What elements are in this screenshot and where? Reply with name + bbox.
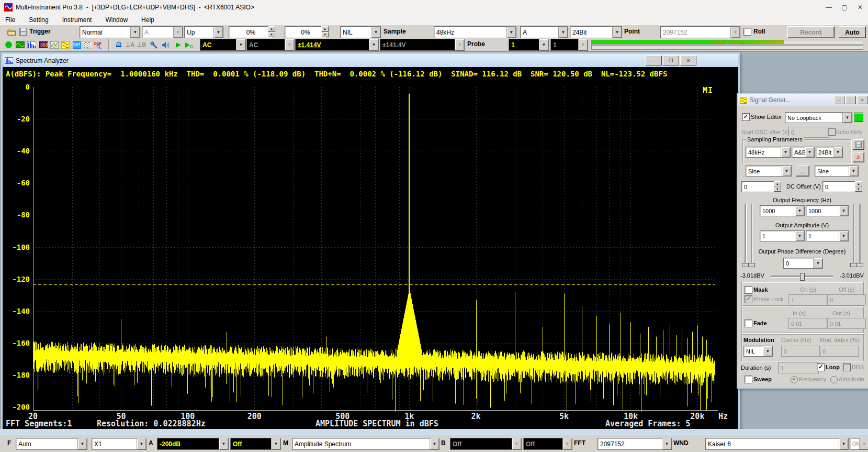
balance-slider-thumb[interactable]: [800, 273, 805, 281]
amplitude-slider-a1[interactable]: [745, 204, 746, 266]
measurement-mode-select[interactable]: Amplitude Spectrum▼: [292, 438, 439, 450]
coupling-a-select[interactable]: AC▼: [200, 39, 246, 51]
minimize-icon[interactable]: —: [821, 2, 837, 13]
trigger-edge-select[interactable]: Up▼: [184, 26, 223, 38]
roll-checkbox[interactable]: [743, 28, 751, 36]
fft-size-select[interactable]: 2097152▼: [598, 438, 672, 450]
sample-channel-select[interactable]: A▼: [520, 26, 568, 38]
menu-window[interactable]: Window: [104, 16, 129, 24]
frequency-b-select[interactable]: 1000▼: [806, 205, 849, 216]
gen-sample-rate-select[interactable]: 48kHz▼: [746, 147, 791, 158]
trigger-delay-stepper[interactable]: ▲▼: [321, 26, 329, 37]
sample-bits-select[interactable]: 24Bit▼: [570, 26, 622, 38]
maximize-icon[interactable]: ▢: [837, 2, 852, 13]
wnd-label: WND: [673, 439, 689, 447]
fade-checkbox[interactable]: [745, 319, 752, 327]
play-icon[interactable]: [173, 39, 184, 50]
amplitude-slider-b1[interactable]: [853, 204, 854, 266]
amplitude-a-select[interactable]: 1▼: [760, 230, 805, 241]
minimize-icon[interactable]: —: [646, 56, 662, 65]
frequency-a-select[interactable]: 1000▼: [760, 205, 805, 216]
save-icon[interactable]: [18, 26, 29, 37]
window-function-select[interactable]: Kaiser 6▼: [705, 438, 849, 450]
signal-generator-titlebar[interactable]: Signal Gener... — ▢ ✕: [738, 94, 868, 106]
spectrum-window-titlebar[interactable]: Spectrum Analyzer — ❐ ✕: [3, 54, 738, 67]
gen-bits-select[interactable]: 24Bit▼: [816, 147, 843, 158]
x-multiplier-select[interactable]: X1▼: [92, 438, 146, 450]
menu-instrument[interactable]: Instrument: [61, 16, 93, 24]
mask-checkbox[interactable]: [745, 286, 752, 294]
calibration-icon[interactable]: [113, 39, 124, 50]
speaker-icon[interactable]: [160, 39, 171, 50]
close-icon[interactable]: ✕: [852, 2, 868, 13]
device-test-icon[interactable]: DUT: [71, 39, 82, 50]
probe-label: Probe: [467, 40, 485, 48]
generator-run-button[interactable]: [854, 113, 863, 122]
menu-help[interactable]: Help: [140, 16, 155, 24]
spectrum-analyzer-icon[interactable]: [26, 39, 37, 50]
run-stop-icon[interactable]: [3, 39, 14, 50]
auto-button[interactable]: Auto: [839, 26, 866, 38]
input-level-meter: 71%(-3.0 dBFS): [591, 40, 863, 50]
a-mode-select[interactable]: Off▼: [230, 438, 281, 450]
waveform-b-select[interactable]: Sine▼: [815, 166, 859, 177]
oscilloscope-icon[interactable]: [15, 39, 26, 50]
sweep-checkbox[interactable]: [745, 376, 752, 383]
signal-generator-icon[interactable]: [60, 39, 71, 50]
chevron-down-icon: ▼: [558, 27, 568, 38]
a-range-select[interactable]: -200dB▼: [157, 438, 229, 450]
trigger-delay-input[interactable]: 0%: [285, 26, 326, 38]
fade-label: Fade: [753, 320, 767, 326]
spectrum-3d-icon[interactable]: [49, 39, 60, 50]
restore-icon[interactable]: ❐: [663, 56, 679, 65]
loopback-select[interactable]: No Loopback▼: [785, 112, 852, 123]
minimize-icon[interactable]: —: [834, 96, 844, 104]
dc-offset-a-stepper[interactable]: ▲▼: [774, 181, 781, 191]
phase-select[interactable]: 0▼: [783, 258, 823, 269]
frequency-axis-select[interactable]: Auto▼: [16, 438, 87, 450]
gen-channels-select[interactable]: A&B▼: [792, 147, 815, 158]
chevron-down-icon: ▼: [130, 27, 140, 38]
sample-rate-select[interactable]: 48kHz▼: [434, 26, 516, 38]
amplitude-b-select[interactable]: 1▼: [806, 230, 849, 241]
multimeter-icon[interactable]: 888: [38, 39, 49, 50]
y-tick-label: -40: [5, 147, 30, 155]
close-icon[interactable]: ✕: [680, 56, 696, 65]
waveform-a-select[interactable]: Sine▼: [746, 166, 792, 177]
level-meter-text: 71%(-3.0 dBFS): [592, 40, 863, 45]
close-icon[interactable]: ✕: [857, 96, 867, 104]
play-record-icon[interactable]: [183, 39, 194, 50]
music-note-icon[interactable]: ♬: [853, 152, 864, 162]
probe-cal-icon[interactable]: [149, 39, 160, 50]
menu-file[interactable]: File: [4, 16, 16, 24]
more-options-button[interactable]: ...: [796, 166, 809, 177]
modulation-type-select[interactable]: NIL▼: [743, 346, 773, 357]
trigger-mode-select[interactable]: Normal▼: [80, 26, 140, 38]
spectrum-analyzer-icon: [5, 57, 13, 64]
ddp-viewer-icon[interactable]: DDP: [93, 39, 104, 50]
menu-setting[interactable]: Setting: [28, 16, 49, 24]
amplitude-slider-a2[interactable]: [751, 204, 752, 266]
show-editor-checkbox[interactable]: ✓: [742, 113, 750, 121]
amplitude-slider-b2[interactable]: [859, 204, 861, 266]
range-a-select[interactable]: ±1.414V▼: [295, 39, 379, 51]
trigger-level-input[interactable]: 0%: [229, 26, 273, 38]
mi-logo: MI: [703, 86, 713, 95]
toolbar-separator: [108, 39, 110, 50]
save-waveform-icon[interactable]: [853, 139, 864, 150]
spectrum-plot[interactable]: [33, 87, 718, 412]
trigger-level-stepper[interactable]: ▲▼: [268, 26, 275, 37]
m-label: M: [283, 439, 288, 447]
chevron-down-icon: ▼: [805, 147, 814, 157]
x-tick-label: 5k: [559, 412, 569, 421]
slider-thumb[interactable]: [748, 263, 755, 267]
probe-a-select[interactable]: 1▼: [509, 39, 549, 51]
y-tick-label: -160: [5, 339, 30, 347]
trigger-hpf-select[interactable]: NIL▼: [340, 26, 381, 38]
dc-offset-b-stepper[interactable]: ▲▼: [855, 181, 862, 191]
fft-label: FFT: [574, 439, 585, 447]
slider-thumb[interactable]: [856, 263, 863, 267]
data-logger-icon[interactable]: [82, 39, 93, 50]
open-file-icon[interactable]: [6, 26, 17, 37]
loop-checkbox[interactable]: ✓: [817, 363, 825, 371]
